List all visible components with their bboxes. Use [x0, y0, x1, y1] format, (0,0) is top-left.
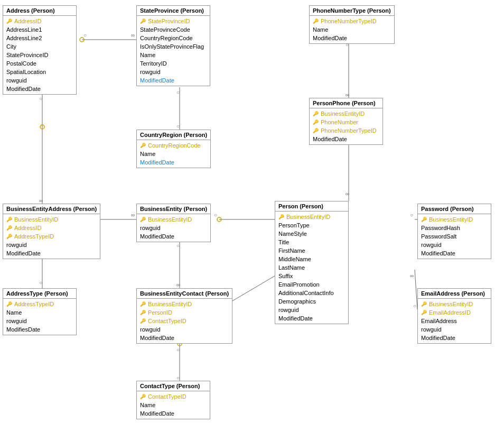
svg-point-11	[40, 125, 44, 129]
svg-text:○: ○	[410, 212, 413, 218]
pk-icon: 🔑	[140, 217, 146, 222]
field-name-ModifiedDate: ModifiedDate	[140, 77, 174, 84]
pk-icon: 🔑	[140, 19, 146, 24]
svg-point-18	[217, 217, 221, 222]
field-name-AddressID: AddressID	[14, 18, 41, 24]
entity-header-Password: Password (Person)	[418, 204, 491, 214]
field-name-Title: Title	[278, 239, 289, 245]
field-name-ContactTypeID: ContactTypeID	[148, 318, 186, 324]
field-Address-AddressLine1: AddressLine1	[3, 25, 76, 34]
field-name-rowguid: rowguid	[6, 242, 27, 248]
pk-icon: 🔑	[140, 394, 146, 399]
svg-text:○: ○	[176, 123, 180, 129]
field-Person-EmailPromotion: EmailPromotion	[275, 280, 348, 289]
field-EmailAddress-rowguid: rowguid	[418, 325, 491, 334]
field-BusinessEntityContact-rowguid: rowguid	[137, 325, 232, 334]
field-EmailAddress-EmailAddressID: 🔑EmailAddressID	[418, 308, 491, 317]
field-BusinessEntityAddress-rowguid: rowguid	[3, 241, 100, 249]
pk-icon: 🔑	[6, 234, 12, 239]
field-PhoneNumberType-PhoneNumberTypeID: 🔑PhoneNumberTypeID	[310, 17, 394, 25]
svg-text:○: ○	[214, 212, 217, 218]
field-name-ModifiedDate: ModifiedDate	[6, 86, 41, 92]
field-Password-PasswordSalt: PasswordSalt	[418, 232, 491, 241]
field-name-ModifiedDate: ModifiedDate	[313, 35, 347, 41]
field-name-ContactTypeID: ContactTypeID	[148, 393, 186, 400]
field-name-PasswordHash: PasswordHash	[421, 225, 460, 231]
field-BusinessEntityContact-BusinessEntityID: 🔑BusinessEntityID	[137, 300, 232, 308]
field-PersonPhone-PhoneNumberTypeID: 🔑PhoneNumberTypeID	[310, 126, 382, 135]
pk-icon: 🔑	[6, 225, 12, 231]
field-PersonPhone-PhoneNumber: 🔑PhoneNumber	[310, 118, 382, 126]
field-Address-City: City	[3, 42, 76, 51]
entity-body-AddressType: 🔑AddressTypeIDNamerowguidModifiesDate	[3, 299, 76, 335]
field-name-LastName: LastName	[278, 264, 305, 271]
field-name-BusinessEntityID: BusinessEntityID	[286, 214, 330, 220]
field-name-MiddleName: MiddleName	[278, 256, 311, 262]
pk-icon: 🔑	[421, 301, 427, 307]
field-Person-MiddleName: MiddleName	[275, 255, 348, 263]
field-name-Name: Name	[313, 26, 328, 33]
field-Person-LastName: LastName	[275, 263, 348, 272]
field-name-ModifiedDate: ModifiedDate	[140, 159, 174, 166]
field-name-rowguid: rowguid	[140, 225, 161, 231]
field-BusinessEntityContact-ModifiedDate: ModifiedDate	[137, 334, 232, 342]
field-name-rowguid: rowguid	[6, 318, 27, 324]
field-name-ModifiedDate: ModifiedDate	[6, 250, 41, 256]
field-BusinessEntity-rowguid: rowguid	[137, 224, 210, 232]
pk-icon: 🔑	[421, 217, 427, 222]
field-name-ModifiedDate: ModifiedDate	[140, 335, 174, 341]
entity-AddressType: AddressType (Person)🔑AddressTypeIDNamero…	[3, 288, 77, 335]
entity-body-EmailAddress: 🔑BusinessEntityID🔑EmailAddressIDEmailAdd…	[418, 299, 491, 343]
entity-BusinessEntity: BusinessEntity (Person)🔑BusinessEntityID…	[136, 204, 211, 242]
entity-BusinessEntityContact: BusinessEntityContact (Person)🔑BusinessE…	[136, 288, 232, 344]
field-Address-StateProvinceID: StateProvinceID	[3, 51, 76, 59]
entity-body-BusinessEntityAddress: 🔑BusinessEntityID🔑AddressID🔑AddressTypeI…	[3, 214, 100, 259]
field-name-AddressTypeID: AddressTypeID	[14, 233, 54, 240]
entity-BusinessEntityAddress: BusinessEntityAddress (Person)🔑BusinessE…	[3, 204, 100, 259]
entity-body-PersonPhone: 🔑BusinessEntityID🔑PhoneNumber🔑PhoneNumbe…	[310, 108, 382, 144]
entity-CountryRegion: CountryRegion (Person)🔑CountryRegionCode…	[136, 130, 211, 168]
field-Person-BusinessEntityID: 🔑BusinessEntityID	[275, 213, 348, 221]
entity-header-AddressType: AddressType (Person)	[3, 289, 76, 299]
pk-icon: 🔑	[140, 318, 146, 324]
field-AddressType-rowguid: rowguid	[3, 317, 76, 325]
entity-PersonPhone: PersonPhone (Person)🔑BusinessEntityID🔑Ph…	[309, 98, 383, 145]
field-name-PostalCode: PostalCode	[6, 60, 36, 67]
entity-header-ContactType: ContactType (Person)	[137, 381, 210, 391]
pk-icon: 🔑	[140, 143, 146, 148]
field-name-BusinessEntityID: BusinessEntityID	[148, 216, 192, 223]
svg-text:○: ○	[176, 347, 180, 353]
pk-icon: 🔑	[313, 19, 319, 24]
field-BusinessEntityAddress-AddressTypeID: 🔑AddressTypeID	[3, 232, 100, 241]
field-name-StateProvinceCode: StateProvinceCode	[140, 26, 190, 33]
field-BusinessEntityContact-ContactTypeID: 🔑ContactTypeID	[137, 317, 232, 325]
entity-Person: Person (Person)🔑BusinessEntityIDPersonTy…	[275, 201, 349, 324]
field-name-AddressLine2: AddressLine2	[6, 35, 42, 41]
field-name-PhoneNumberTypeID: PhoneNumberTypeID	[321, 18, 377, 24]
entity-header-Address: Address (Person)	[3, 6, 76, 16]
field-EmailAddress-ModifiedDate: ModifiedDate	[418, 334, 491, 342]
field-Address-AddressID: 🔑AddressID	[3, 17, 76, 25]
field-name-rowguid: rowguid	[421, 326, 442, 333]
pk-icon: 🔑	[313, 120, 319, 125]
field-name-CountryRegionCode: CountryRegionCode	[148, 142, 201, 149]
svg-text:○: ○	[176, 89, 180, 95]
field-name-ModifiesDate: ModifiesDate	[6, 326, 40, 333]
field-name-BusinessEntityID: BusinessEntityID	[14, 216, 58, 223]
field-name-rowguid: rowguid	[140, 326, 161, 333]
field-AddressType-ModifiesDate: ModifiesDate	[3, 325, 76, 334]
field-Person-PersonType: PersonType	[275, 221, 348, 229]
field-StateProvince-StateProvinceCode: StateProvinceCode	[137, 25, 210, 34]
field-Person-FirstName: FirstName	[275, 246, 348, 255]
field-AddressType-Name: Name	[3, 308, 76, 317]
field-name-BusinessEntityID: BusinessEntityID	[148, 301, 192, 307]
svg-text:∞: ∞	[131, 212, 135, 218]
field-name-AdditionalContactInfo: AdditionalContactInfo	[278, 290, 334, 296]
field-name-AddressID: AddressID	[14, 225, 41, 231]
field-name-PhoneNumber: PhoneNumber	[321, 119, 358, 125]
pk-icon: 🔑	[421, 310, 427, 315]
field-name-ModifiedDate: ModifiedDate	[278, 315, 313, 321]
field-name-PersonType: PersonType	[278, 222, 310, 228]
svg-text:∞: ∞	[410, 273, 414, 279]
field-name-StateProvinceID: StateProvinceID	[148, 18, 190, 24]
